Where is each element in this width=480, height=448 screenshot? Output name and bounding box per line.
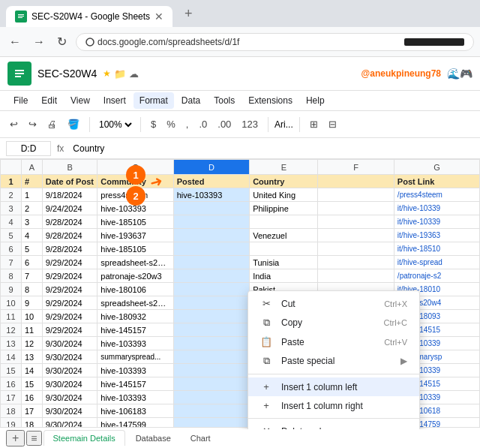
ctx-paste-special[interactable]: ⧉ Paste special ▶ [248,351,419,371]
font-name[interactable]: Ari... [274,119,293,130]
ctx-delete-col[interactable]: ✕ Delete column [248,422,419,429]
cell-g6[interactable]: it/hive-18510 [394,242,479,256]
cell-d18[interactable] [173,404,249,418]
cell-e2[interactable]: United King [250,188,318,202]
cell-f1[interactable] [318,175,394,188]
new-tab-button[interactable]: + [178,6,199,22]
cell-a6[interactable]: 5 [21,242,42,256]
cell-a17[interactable]: 16 [21,391,42,404]
cell-b5[interactable]: 9/28/2024 [42,229,98,242]
menu-file[interactable]: File [8,92,34,109]
cell-d16[interactable] [173,377,249,391]
increase-decimal-button[interactable]: .00 [214,116,235,132]
cell-e1[interactable]: Country [250,175,318,188]
menu-data[interactable]: Data [176,92,206,109]
cell-f2[interactable] [318,188,394,202]
cell-b4[interactable]: 9/28/2024 [42,215,98,229]
cell-b7[interactable]: 9/29/2024 [42,256,98,269]
ctx-cut[interactable]: ✂ Cut Ctrl+X [248,294,419,313]
cell-f6[interactable] [318,242,394,256]
add-sheet-button[interactable]: + [6,430,25,446]
cell-b3[interactable]: 9/24/2024 [42,202,98,215]
cell-c9[interactable]: hive-180106 [98,283,173,296]
cell-d13[interactable] [173,337,249,350]
cell-c10[interactable]: spreadsheet-s20w4 [98,296,173,310]
cell-d15[interactable] [173,364,249,377]
cell-b8[interactable]: 9/29/2024 [42,269,98,283]
cell-d10[interactable] [173,296,249,310]
cell-b16[interactable]: 9/30/2024 [42,377,98,391]
cell-d1[interactable]: Posted [173,175,249,188]
back-button[interactable]: ← [6,32,24,52]
cell-c13[interactable]: hive-103393 [98,337,173,350]
col-header-g[interactable]: G [394,160,479,175]
cell-d7[interactable] [173,256,249,269]
cell-g4[interactable]: it/hive-10339 [394,215,479,229]
column-view-button[interactable]: ⊟ [325,116,340,132]
star-icon[interactable]: ★ [103,68,111,79]
ctx-copy[interactable]: ⧉ Copy Ctrl+C [248,313,419,332]
format-number-button[interactable]: 123 [238,116,262,132]
tab-close-button[interactable]: ✕ [154,11,164,23]
col-header-b[interactable]: B [42,160,98,175]
cell-b10[interactable]: 9/29/2024 [42,296,98,310]
cell-c14[interactable]: summaryspread... [98,350,173,364]
comma-button[interactable]: , [182,116,193,132]
cell-a5[interactable]: 4 [21,229,42,242]
cell-a2[interactable]: 1 [21,188,42,202]
menu-tools[interactable]: Tools [208,92,241,109]
folder-icon[interactable]: 📁 [114,68,126,80]
cell-c11[interactable]: hive-180932 [98,310,173,323]
col-header-a[interactable]: A [21,160,42,175]
cell-f7[interactable] [318,256,394,269]
cell-a15[interactable]: 14 [21,364,42,377]
forward-button[interactable]: → [30,32,48,52]
redo-button[interactable]: ↪ [25,116,40,132]
cell-d8[interactable] [173,269,249,283]
cell-g7[interactable]: it/hive-spread [394,256,479,269]
cell-c5[interactable]: hive-193637 [98,229,173,242]
cell-g8[interactable]: /patronaje-s2 [394,269,479,283]
cell-a3[interactable]: 2 [21,202,42,215]
cell-d3[interactable] [173,202,249,215]
undo-button[interactable]: ↩ [6,116,22,132]
ctx-insert-col-right[interactable]: + Insert 1 column right [248,396,419,415]
cell-c6[interactable]: hive-185105 [98,242,173,256]
cell-b12[interactable]: 9/29/2024 [42,323,98,337]
cell-e6[interactable] [250,242,318,256]
menu-extensions[interactable]: Extensions [242,92,298,109]
cell-g3[interactable]: it/hive-10339 [394,202,479,215]
cell-c18[interactable]: hive-106183 [98,404,173,418]
cell-d4[interactable] [173,215,249,229]
tab-steemain-details[interactable]: Steemain Details [44,430,125,446]
ctx-paste[interactable]: 📋 Paste Ctrl+V [248,332,419,351]
tab-database[interactable]: Database [127,431,180,446]
cell-b6[interactable]: 9/28/2024 [42,242,98,256]
cell-e7[interactable]: Tunisia [250,256,318,269]
cell-f3[interactable] [318,202,394,215]
cell-d2[interactable]: hive-103393 [173,188,249,202]
cell-e8[interactable]: India [250,269,318,283]
cell-d6[interactable] [173,242,249,256]
currency-button[interactable]: $ [147,116,160,132]
menu-view[interactable]: View [64,92,96,109]
cell-a9[interactable]: 8 [21,283,42,296]
grid-view-button[interactable]: ⊞ [306,116,322,132]
active-tab[interactable]: SEC-S20W4 - Google Sheets ✕ [6,6,172,27]
cell-a18[interactable]: 17 [21,404,42,418]
cell-c15[interactable]: hive-103393 [98,364,173,377]
cell-a14[interactable]: 13 [21,350,42,364]
cell-d14[interactable] [173,350,249,364]
cell-b17[interactable]: 9/30/2024 [42,391,98,404]
col-header-e[interactable]: E [250,160,318,175]
cell-c8[interactable]: patronaje-s20w3 [98,269,173,283]
cell-b1[interactable]: Date of Post [42,175,98,188]
cell-b2[interactable]: 9/18/2024 [42,188,98,202]
print-button[interactable]: 🖨 [44,116,61,132]
cell-d5[interactable] [173,229,249,242]
cell-d12[interactable] [173,323,249,337]
paint-format-button[interactable]: 🪣 [64,116,83,132]
cell-a4[interactable]: 3 [21,215,42,229]
cell-c16[interactable]: hive-145157 [98,377,173,391]
percent-button[interactable]: % [163,116,179,132]
